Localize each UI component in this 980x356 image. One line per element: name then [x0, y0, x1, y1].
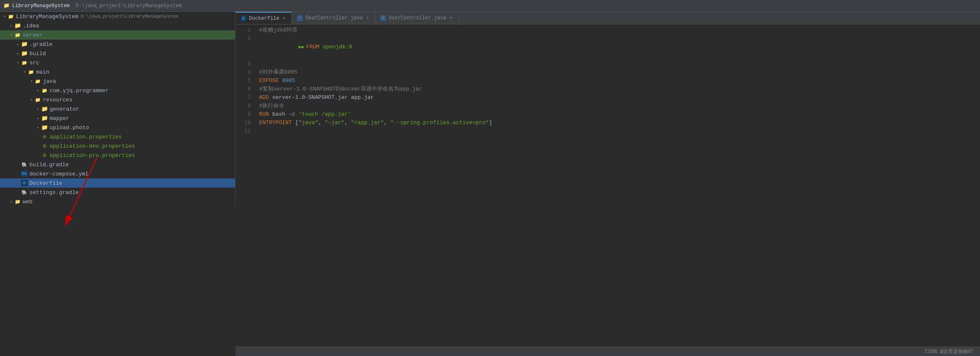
tab-seatcontroller-close[interactable]: ×	[365, 16, 370, 21]
sidebar-wrapper: 📁 LibraryManageSystem D:\java_project\Li…	[0, 12, 236, 356]
tree-item-main[interactable]: 📁 main	[0, 67, 235, 77]
tab-seatcontroller-label: SeatController.java	[305, 15, 363, 21]
tree-arrow-app-props	[35, 134, 41, 140]
folder-icon-upload: 📁	[41, 124, 48, 131]
tree-item-build-gradle[interactable]: 🐘 build.gradle	[0, 160, 235, 169]
tree-arrow-generator	[35, 106, 41, 112]
folder-icon-src: 📁	[21, 59, 28, 66]
line-num-3: 3	[236, 60, 256, 68]
code-line-3: 3	[236, 60, 980, 68]
tree-label-com: com.yjq.programmer	[50, 88, 109, 94]
folder-icon-build-dir: 📁	[21, 50, 28, 57]
code-line-5: 5 EXPOSE 8085	[236, 77, 980, 85]
properties-icon-3: ⚙	[41, 152, 48, 159]
project-name: LibraryManageSystem	[12, 3, 70, 9]
top-bar: 📁 LibraryManageSystem D:\java_project\Li…	[0, 0, 980, 12]
tree-item-root[interactable]: 📁 LibraryManageSystem D:\java_project\Li…	[0, 12, 235, 21]
code-line-2: 2 ▶▶FROM openjdk:8	[236, 35, 980, 60]
line-num-2: 2	[236, 35, 256, 43]
code-line-11: 11	[236, 127, 980, 135]
editor-content[interactable]: 1 #依赖jdk8环境 2 ▶▶FROM openjdk:8 3	[236, 24, 980, 347]
line-content-1: #依赖jdk8环境	[256, 26, 297, 35]
tree-item-server[interactable]: 📁 server	[0, 30, 235, 40]
tree-item-src[interactable]: 📁 src	[0, 58, 235, 67]
tree-item-resources[interactable]: 📁 resources	[0, 95, 235, 104]
tree-item-com[interactable]: 📁 com.yjq.programmer	[0, 86, 235, 95]
project-icon: 📁	[8, 13, 14, 20]
gradle-icon-2: 🐘	[21, 189, 28, 196]
tree-item-app-pro[interactable]: ⚙ application-pro.properties	[0, 151, 235, 160]
tree-arrow-gradle-dir	[15, 41, 21, 47]
tree-item-docker-compose[interactable]: DC docker-compose.yml	[0, 169, 235, 178]
line-content-10: ENTRYPOINT ["java", "-jar", "/app.jar", …	[256, 119, 492, 127]
tree-item-dockerfile[interactable]: D Dockerfile	[0, 178, 235, 188]
tab-dockerfile-close[interactable]: ×	[282, 16, 286, 21]
tree-arrow-build-gradle	[15, 162, 21, 167]
tab-dockerfile[interactable]: D Dockerfile ×	[236, 12, 292, 24]
tree-arrow-java-dir	[29, 78, 34, 84]
tree-label-dockerfile: Dockerfile	[29, 180, 62, 186]
tree-label-app-dev: application-dev.properties	[50, 143, 135, 149]
tab-java-icon-2: C	[380, 15, 386, 21]
credit-text: CSDN @这里是杨杨吖	[925, 348, 973, 355]
tree-label-app-pro: application-pro.properties	[50, 152, 135, 159]
code-line-7: 7 ADD server-1.0-SNAPSHOT.jar app.jar	[236, 93, 980, 102]
project-title: 📁 LibraryManageSystem D:\java_project\Li…	[3, 3, 182, 9]
editor-area: D Dockerfile × C SeatController.java × C…	[236, 12, 980, 347]
tree-arrow-build-dir	[15, 50, 21, 56]
tree-arrow-docker-compose	[15, 171, 21, 177]
tree-arrow-com	[35, 88, 41, 93]
tree-label-app-props: application.properties	[50, 134, 122, 140]
tree-label-gradle-dir: .gradle	[29, 41, 53, 48]
tree-label-build-gradle: build.gradle	[29, 162, 69, 168]
docker-compose-icon: DC	[21, 170, 28, 177]
sidebar: 📁 LibraryManageSystem D:\java_project\Li…	[0, 12, 236, 206]
tree-item-settings-gradle[interactable]: 🐘 settings.gradle	[0, 188, 235, 197]
tree-item-gradle-dir[interactable]: 📁 .gradle	[0, 40, 235, 49]
tree-item-generator[interactable]: 📁 generator	[0, 104, 235, 114]
tree-label-java-dir: java	[43, 78, 56, 85]
tree-arrow-server	[8, 32, 14, 38]
folder-icon-main: 📁	[28, 69, 34, 75]
line-num-4: 4	[236, 68, 256, 77]
tree-label-idea: .idea	[23, 23, 39, 29]
tab-seatcontroller[interactable]: C SeatController.java ×	[292, 12, 375, 24]
tree-label-root: LibraryManageSystem	[16, 13, 78, 20]
properties-icon-1: ⚙	[41, 133, 48, 140]
properties-icon-2: ⚙	[41, 143, 48, 149]
status-bar: CSDN @这里是杨杨吖	[236, 347, 980, 356]
line-num-10: 10	[236, 119, 256, 127]
project-path-short: D:\java_project\LibraryManageSystem	[81, 14, 178, 19]
tab-usercontroller[interactable]: C UserController.java ×	[375, 12, 458, 24]
line-content-7: ADD server-1.0-SNAPSHOT.jar app.jar	[256, 93, 374, 102]
tree-item-app-dev[interactable]: ⚙ application-dev.properties	[0, 141, 235, 151]
line-content-5: EXPOSE 8085	[256, 77, 295, 85]
line-content-6: #复制server-1.0-SNAPSHOT到docker容器中并命名为app.…	[256, 85, 422, 93]
tree-item-app-props[interactable]: ⚙ application.properties	[0, 132, 235, 141]
tree-label-mapper: mapper	[50, 115, 69, 122]
tree-item-upload-photo[interactable]: 📁 upload.photo	[0, 123, 235, 132]
tree-arrow-web	[8, 199, 14, 205]
line-num-11: 11	[236, 127, 256, 135]
folder-icon-java: 📁	[34, 78, 41, 85]
tree-arrow-idea	[8, 23, 14, 29]
tree-item-mapper[interactable]: 📁 mapper	[0, 114, 235, 123]
tree-item-java-dir[interactable]: 📁 java	[0, 77, 235, 86]
code-line-1: 1 #依赖jdk8环境	[236, 26, 980, 35]
tree-label-upload: upload.photo	[50, 125, 89, 131]
tree-label-build-dir: build	[29, 50, 46, 57]
line-content-9: RUN bash -c 'touch /app.jar'	[256, 110, 351, 119]
tree-item-build-dir[interactable]: 📁 build	[0, 49, 235, 58]
run-arrow-icon: ▶▶	[299, 44, 305, 50]
tab-docker-icon: D	[241, 16, 246, 21]
tab-java-icon-1: C	[297, 15, 303, 21]
code-line-8: 8 #执行命令	[236, 102, 980, 110]
tree-label-main: main	[36, 69, 49, 75]
tab-usercontroller-close[interactable]: ×	[449, 16, 453, 21]
tree-item-web[interactable]: 📁 web	[0, 197, 235, 206]
project-path: D:\java_project\LibraryManageSystem	[76, 3, 182, 9]
folder-icon-generator: 📁	[41, 106, 48, 112]
tree-arrow-mapper	[35, 115, 41, 121]
tree-item-idea[interactable]: 📁 .idea	[0, 21, 235, 30]
tree-arrow-resources	[29, 97, 34, 103]
